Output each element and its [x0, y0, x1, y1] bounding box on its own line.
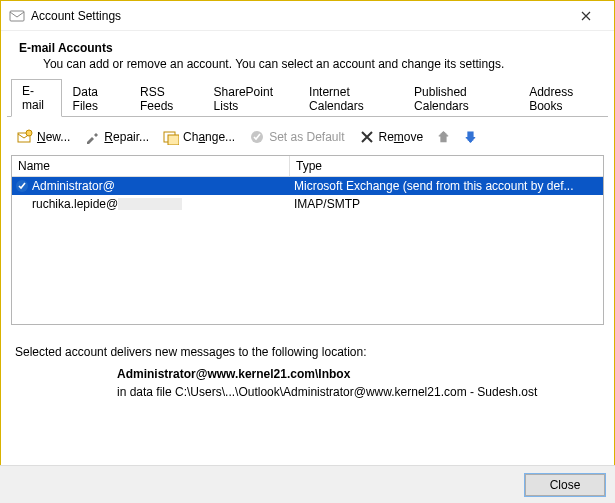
tab-data-files[interactable]: Data Files — [62, 80, 129, 117]
account-name: Administrator@ — [32, 179, 115, 193]
account-type: Microsoft Exchange (send from this accou… — [290, 179, 603, 193]
svg-rect-0 — [10, 11, 24, 21]
window-title: Account Settings — [31, 9, 566, 23]
new-button[interactable]: New... — [13, 127, 74, 147]
account-name-cell: ruchika.lepide@ — [12, 197, 290, 211]
close-button[interactable]: Close — [525, 474, 605, 496]
set-default-button: Set as Default — [245, 127, 348, 147]
account-row[interactable]: ruchika.lepide@ IMAP/SMTP — [12, 195, 603, 213]
arrow-up-icon: 🡅 — [437, 130, 450, 145]
move-up-button: 🡅 — [433, 128, 454, 147]
check-circle-icon — [249, 129, 265, 145]
default-badge-icon — [15, 179, 29, 193]
change-button[interactable]: Change... — [159, 127, 239, 147]
set-default-label: Set as Default — [269, 130, 344, 144]
tab-published-calendars[interactable]: Published Calendars — [403, 80, 518, 117]
svg-rect-4 — [168, 135, 179, 145]
app-icon — [9, 8, 25, 24]
tab-email[interactable]: E-mail — [11, 79, 62, 117]
account-name-cell: Administrator@ — [12, 179, 290, 193]
account-type: IMAP/SMTP — [290, 197, 603, 211]
tab-sharepoint-lists[interactable]: SharePoint Lists — [203, 80, 298, 117]
header-subtitle: You can add or remove an account. You ca… — [19, 55, 596, 71]
remove-label: Remove — [379, 130, 424, 144]
account-name: ruchika.lepide@ — [32, 197, 118, 211]
tab-address-books[interactable]: Address Books — [518, 80, 608, 117]
toolbar: New... Repair... Change... Set as Defaul… — [9, 123, 606, 151]
window-close-button[interactable] — [566, 1, 606, 30]
move-down-button[interactable]: 🡇 — [460, 128, 481, 147]
tabstrip: E-mail Data Files RSS Feeds SharePoint L… — [7, 93, 608, 117]
location-main: Administrator@www.kernel21.com\Inbox — [117, 367, 600, 381]
repair-label: Repair... — [104, 130, 149, 144]
change-icon — [163, 129, 179, 145]
row-indent — [15, 197, 29, 211]
repair-icon — [84, 129, 100, 145]
account-list: Name Type Administrator@ Microsoft Excha… — [11, 155, 604, 325]
titlebar: Account Settings — [1, 1, 614, 31]
list-header: Name Type — [12, 156, 603, 177]
header-title: E-mail Accounts — [19, 41, 596, 55]
tab-rss-feeds[interactable]: RSS Feeds — [129, 80, 203, 117]
column-header-name[interactable]: Name — [12, 156, 290, 176]
column-header-type[interactable]: Type — [290, 156, 603, 176]
change-label: Change... — [183, 130, 235, 144]
new-label: New... — [37, 130, 70, 144]
redacted-text — [118, 198, 182, 210]
repair-button[interactable]: Repair... — [80, 127, 153, 147]
location-intro: Selected account delivers new messages t… — [15, 345, 600, 359]
location-block: Selected account delivers new messages t… — [15, 345, 600, 399]
account-row[interactable]: Administrator@ Microsoft Exchange (send … — [12, 177, 603, 195]
remove-button[interactable]: Remove — [355, 127, 428, 147]
footer: Close — [0, 465, 615, 503]
location-file: in data file C:\Users\...\Outlook\Admini… — [117, 385, 600, 399]
svg-point-2 — [26, 130, 32, 136]
header: E-mail Accounts You can add or remove an… — [1, 31, 614, 85]
new-mail-icon — [17, 129, 33, 145]
tab-internet-calendars[interactable]: Internet Calendars — [298, 80, 403, 117]
remove-icon — [359, 129, 375, 145]
arrow-down-icon: 🡇 — [464, 130, 477, 145]
